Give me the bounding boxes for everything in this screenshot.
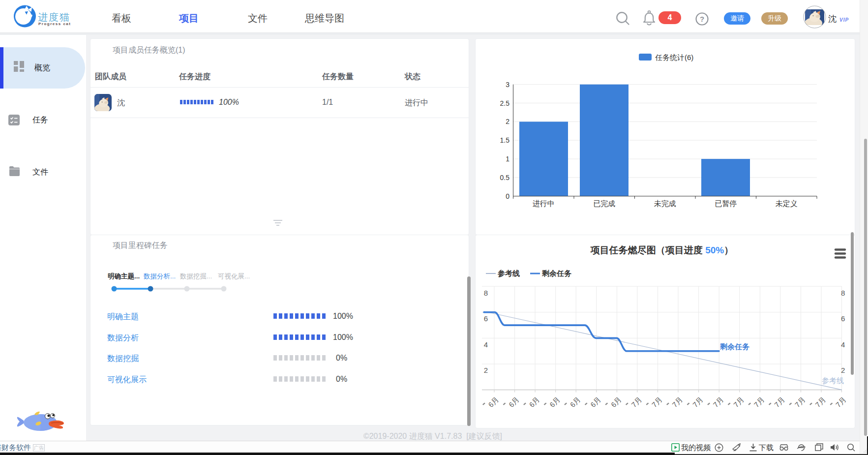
svg-text:参考线: 参考线	[497, 269, 520, 277]
svg-text:6月: 6月	[589, 395, 602, 409]
svg-text:已暂停: 已暂停	[715, 199, 737, 208]
svg-text:6: 6	[484, 314, 488, 323]
svg-text:已完成: 已完成	[593, 199, 615, 208]
svg-text:任务统计(6): 任务统计(6)	[655, 53, 693, 61]
svg-text:?: ?	[700, 15, 704, 23]
svg-text:8: 8	[841, 289, 845, 297]
svg-text:2: 2	[484, 366, 488, 374]
svg-text:7月: 7月	[773, 395, 786, 409]
svg-text:剩余任务: 剩余任务	[719, 342, 750, 351]
svg-text:2.5: 2.5	[500, 99, 510, 107]
svg-text:7月: 7月	[712, 395, 725, 409]
svg-text:7月: 7月	[834, 395, 847, 409]
svg-text:项目任务燃尽图（项目进度 50%）: 项目任务燃尽图（项目进度 50%）	[590, 245, 733, 255]
svg-text:参考线: 参考线	[822, 376, 844, 385]
svg-text:8: 8	[484, 289, 488, 297]
svg-text:6月: 6月	[609, 395, 623, 409]
svg-text:2: 2	[506, 118, 509, 125]
svg-text:6月: 6月	[548, 395, 562, 409]
svg-text:0: 0	[506, 192, 509, 200]
svg-text:未定义: 未定义	[776, 199, 798, 208]
svg-text:4: 4	[841, 340, 845, 349]
svg-text:0.5: 0.5	[500, 174, 510, 182]
svg-text:6月: 6月	[569, 395, 582, 409]
svg-text:进行中: 进行中	[533, 199, 555, 208]
svg-text:7月: 7月	[671, 395, 684, 409]
svg-text:7月: 7月	[793, 395, 807, 409]
svg-text:4: 4	[484, 340, 488, 349]
svg-text:1.5: 1.5	[500, 136, 510, 144]
svg-text:6月: 6月	[528, 395, 541, 409]
svg-text:6月: 6月	[507, 395, 520, 409]
svg-text:3: 3	[506, 81, 509, 89]
svg-text:7月: 7月	[630, 395, 643, 409]
svg-text:7月: 7月	[814, 395, 827, 409]
svg-text:6月: 6月	[487, 395, 500, 409]
svg-text:1: 1	[506, 155, 509, 163]
svg-text:2: 2	[841, 366, 845, 374]
svg-text:7月: 7月	[732, 395, 746, 409]
svg-text:7月: 7月	[752, 395, 766, 409]
svg-text:剩余任务: 剩余任务	[541, 269, 572, 277]
svg-text:7月: 7月	[650, 395, 663, 409]
svg-text:未完成: 未完成	[654, 199, 676, 208]
svg-text:6: 6	[841, 314, 845, 323]
svg-text:7月: 7月	[691, 395, 704, 409]
